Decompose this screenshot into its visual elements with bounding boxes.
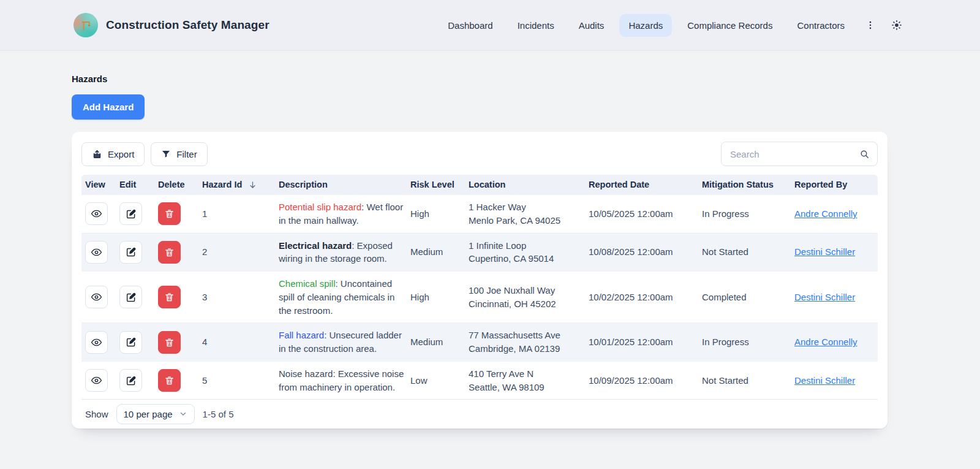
risk-level-cell: Medium (407, 240, 465, 264)
header-description[interactable]: Description (275, 173, 407, 197)
mitigation-status-cell: Not Started (698, 240, 791, 264)
location-line2: Cupertino, CA 95014 (469, 252, 582, 265)
description-highlight: Fall hazard (279, 330, 324, 340)
pencil-square-icon (126, 292, 137, 303)
export-icon (92, 149, 102, 159)
add-hazard-button[interactable]: Add Hazard (72, 94, 145, 120)
edit-button[interactable] (119, 241, 142, 264)
nav-item-dashboard[interactable]: Dashboard (439, 14, 502, 37)
risk-level-cell: High (407, 202, 465, 226)
reported-by-link[interactable]: Destini Schiller (794, 292, 855, 302)
location-cell: 77 Massachusetts AveCambridge, MA 02139 (465, 323, 585, 361)
trash-icon (164, 337, 175, 348)
location-line1: 1 Infinite Loop (469, 239, 582, 253)
filter-button[interactable]: Filter (151, 142, 207, 166)
hazard-id-cell: 1 (198, 202, 275, 226)
header-hazard-id-label: Hazard Id (202, 178, 242, 191)
hazards-page: Hazards Add Hazard Export (0, 74, 980, 429)
reported-by-link[interactable]: Destini Schiller (794, 375, 855, 386)
risk-level-cell: Low (407, 368, 465, 393)
location-cell: 1 Infinite LoopCupertino, CA 95014 (465, 234, 585, 272)
location-cell: 410 Terry Ave NSeattle, WA 98109 (465, 362, 585, 400)
pencil-square-icon (126, 208, 137, 219)
edit-button[interactable] (119, 331, 142, 354)
location-line2: Cincinnati, OH 45202 (469, 297, 582, 311)
location-line1: 100 Joe Nuxhall Way (469, 284, 582, 297)
edit-button[interactable] (119, 369, 142, 392)
search-box (721, 142, 878, 166)
edit-button[interactable] (119, 202, 142, 225)
table-header-row: View Edit Delete Hazard Id Description R… (81, 175, 878, 195)
delete-button[interactable] (158, 369, 181, 392)
delete-button[interactable] (158, 241, 181, 264)
nav-item-contractors[interactable]: Contractors (788, 14, 854, 37)
page-size-select[interactable]: 10 per page (116, 404, 195, 424)
nav-item-audits[interactable]: Audits (570, 14, 614, 37)
view-button[interactable] (85, 286, 108, 308)
search-input[interactable] (729, 148, 859, 160)
funnel-icon (161, 149, 171, 159)
description-cell: Chemical spill: Uncontained spill of cle… (275, 272, 407, 322)
nav-item-incidents[interactable]: Incidents (508, 14, 564, 37)
table-row: 4 Fall hazard: Unsecured ladder in the c… (81, 323, 878, 362)
header-location[interactable]: Location (465, 173, 585, 197)
reported-by-link[interactable]: Andre Connelly (794, 337, 858, 347)
mitigation-status-cell: In Progress (698, 202, 791, 226)
pencil-square-icon (126, 375, 137, 386)
delete-button[interactable] (158, 202, 181, 225)
export-button-label: Export (108, 149, 134, 159)
location-line1: 1 Hacker Way (469, 200, 582, 214)
nav-item-hazards[interactable]: Hazards (619, 14, 672, 37)
header-edit: Edit (116, 173, 154, 197)
header-risk-level[interactable]: Risk Level (407, 173, 465, 197)
trash-icon (164, 247, 175, 257)
show-label: Show (85, 409, 108, 419)
view-button[interactable] (85, 202, 108, 225)
delete-button[interactable] (158, 286, 181, 308)
header-reported-by[interactable]: Reported By (791, 173, 878, 197)
pagination-range: 1-5 of 5 (203, 409, 234, 419)
hazards-table: View Edit Delete Hazard Id Description R… (81, 175, 878, 399)
header-delete: Delete (154, 173, 198, 197)
table-toolbar: Export Filter (81, 142, 878, 166)
hazard-id-cell: 2 (198, 240, 275, 264)
header-hazard-id[interactable]: Hazard Id (198, 173, 275, 197)
trash-icon (164, 375, 175, 386)
view-button[interactable] (85, 369, 108, 392)
delete-button[interactable] (158, 331, 181, 354)
primary-nav: Dashboard Incidents Audits Hazards Compl… (439, 14, 854, 37)
reported-by-link[interactable]: Destini Schiller (794, 246, 855, 257)
table-row: 2 Electrical hazard: Exposed wiring in t… (81, 234, 878, 272)
app-logo (74, 13, 98, 37)
table-row: 3 Chemical spill: Uncontained spill of c… (81, 272, 878, 323)
header-mitigation-status[interactable]: Mitigation Status (698, 173, 791, 197)
hazard-id-cell: 4 (198, 330, 275, 354)
description-highlight: Electrical hazard (279, 240, 352, 251)
theme-toggle-button[interactable] (887, 15, 907, 35)
header-reported-date[interactable]: Reported Date (585, 173, 698, 197)
location-cell: 100 Joe Nuxhall WayCincinnati, OH 45202 (465, 278, 585, 316)
nav-item-compliance-records[interactable]: Compliance Records (678, 14, 782, 37)
description-highlight: Potential slip hazard (279, 202, 361, 212)
sun-icon (891, 19, 903, 31)
eye-icon (91, 337, 102, 348)
eye-icon (91, 208, 102, 219)
edit-button[interactable] (119, 286, 142, 308)
app-title: Construction Safety Manager (106, 18, 270, 32)
view-button[interactable] (85, 241, 108, 264)
reported-by-link[interactable]: Andre Connelly (794, 208, 858, 219)
table-row: 5 Noise hazard: Excessive noise from mac… (81, 362, 878, 400)
kebab-vertical-icon (865, 20, 876, 31)
location-line2: Seattle, WA 98109 (469, 381, 582, 394)
eye-icon (91, 291, 102, 303)
description-highlight: Chemical spill (279, 278, 336, 289)
description-cell: Potential slip hazard: Wet floor in the … (275, 195, 407, 233)
description-cell: Fall hazard: Unsecured ladder in the con… (275, 323, 407, 361)
top-bar: Construction Safety Manager Dashboard In… (0, 0, 980, 51)
table-row: 1 Potential slip hazard: Wet floor in th… (81, 195, 878, 234)
table-footer: Show 10 per page 1-5 of 5 (81, 399, 878, 429)
view-button[interactable] (85, 331, 108, 354)
export-button[interactable]: Export (81, 142, 145, 166)
overflow-menu-button[interactable] (861, 16, 880, 34)
location-line1: 77 Massachusetts Ave (469, 329, 582, 342)
